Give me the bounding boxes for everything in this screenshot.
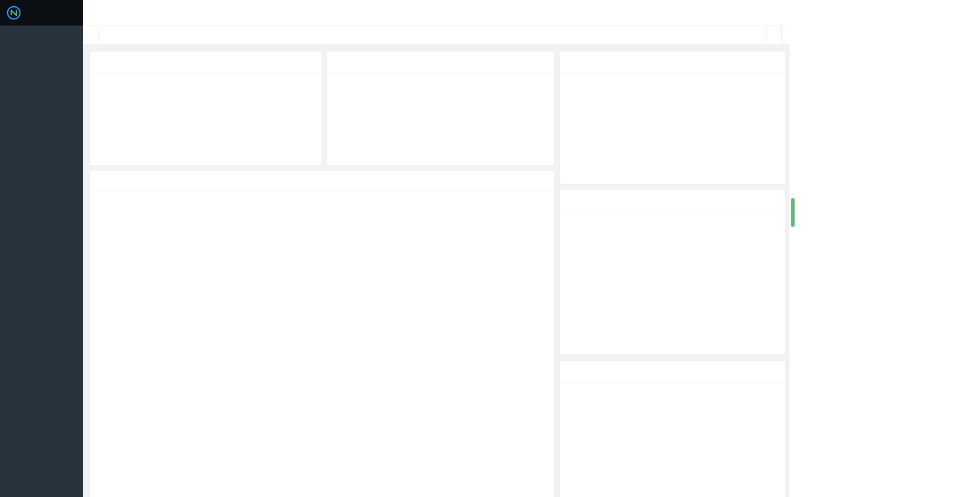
scrollbar-track[interactable]: [790, 0, 797, 497]
report-line-chart: [90, 214, 554, 401]
top-header: [83, 0, 797, 26]
announce-card-header: [560, 52, 785, 73]
quick-grid: [327, 73, 554, 86]
version-card-header: [560, 190, 785, 211]
chart-legend: [90, 196, 554, 214]
version-card: [560, 190, 785, 354]
author-message-body: [560, 383, 785, 393]
logo[interactable]: [0, 0, 83, 26]
announcement-card: [560, 52, 785, 184]
scrollbar-thumb[interactable]: [791, 198, 795, 227]
stats-grid: [90, 73, 321, 86]
stats-card: [90, 52, 321, 165]
author-card: [560, 361, 785, 497]
tab-bar: [83, 26, 797, 45]
author-card-header: [560, 361, 785, 383]
announcement-list: [560, 73, 785, 79]
logo-icon: [6, 5, 21, 20]
report-card: [90, 171, 554, 497]
main-content: [83, 45, 790, 497]
tabs-scroll-left-icon[interactable]: [83, 26, 99, 44]
quick-entry-card: [327, 52, 554, 165]
stats-card-header: [90, 52, 321, 73]
report-card-header: [90, 171, 554, 192]
tabs-scroll-right-icon[interactable]: [766, 26, 781, 44]
quick-card-header: [327, 52, 554, 73]
page-tabs: [99, 26, 766, 44]
sidebar: [0, 26, 83, 497]
viewport: [0, 0, 980, 497]
app-window: [0, 0, 797, 497]
